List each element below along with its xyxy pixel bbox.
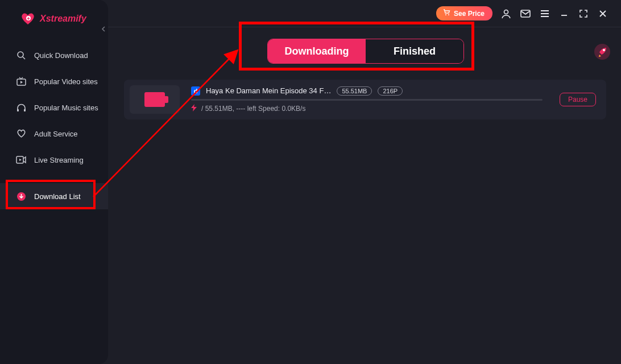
annotation-arrow — [90, 43, 242, 200]
speed-bolt-icon — [191, 104, 197, 113]
sidebar-item-label: Popular Video sites — [34, 77, 98, 86]
collapse-sidebar-button[interactable] — [100, 25, 108, 33]
download-title: Haya Ke Daman Mein Episode 34 F… — [206, 86, 331, 95]
sidebar-item-adult-service[interactable]: Adult Service — [0, 121, 108, 147]
brand-name: Xstreamify — [40, 14, 86, 24]
minimize-icon[interactable] — [558, 8, 570, 19]
heart-icon — [16, 129, 26, 139]
fullscreen-icon[interactable] — [578, 8, 589, 19]
svg-point-8 — [448, 14, 449, 15]
svg-line-13 — [93, 51, 237, 197]
mail-icon[interactable] — [520, 8, 531, 19]
rocket-icon[interactable] — [594, 43, 611, 60]
search-icon — [16, 50, 26, 60]
video-placeholder-icon — [144, 92, 165, 107]
close-icon[interactable] — [597, 8, 608, 19]
brand: Xstreamify — [0, 0, 108, 25]
size-pill: 55.51MB — [337, 86, 372, 96]
pause-button[interactable]: Pause — [560, 93, 596, 106]
svg-point-7 — [445, 14, 446, 15]
sidebar-item-label: Popular Music sites — [34, 104, 98, 112]
see-price-label: See Price — [454, 10, 485, 18]
live-icon — [16, 155, 26, 165]
brand-logo-icon — [20, 13, 35, 25]
sidebar-item-popular-video[interactable]: Popular Video sites — [0, 68, 108, 94]
source-badge: d — [191, 86, 200, 96]
download-status-row: / 55.51MB, ---- left Speed: 0.0KB/s — [191, 104, 552, 113]
sidebar-item-label: Live Streaming — [34, 156, 84, 164]
headphones-icon — [16, 102, 26, 113]
download-status-text: / 55.51MB, ---- left Speed: 0.0KB/s — [201, 105, 305, 113]
progress-bar — [191, 99, 543, 101]
download-thumbnail — [130, 85, 180, 114]
sidebar-item-popular-music[interactable]: Popular Music sites — [0, 94, 108, 121]
quality-pill: 216P — [378, 86, 403, 96]
sidebar-item-live-streaming[interactable]: Live Streaming — [0, 147, 108, 173]
svg-rect-4 — [24, 109, 26, 111]
svg-point-1 — [18, 52, 23, 57]
svg-point-12 — [603, 49, 605, 51]
video-site-icon — [16, 76, 26, 86]
download-header-row: d Haya Ke Daman Mein Episode 34 F… 55.51… — [191, 86, 552, 96]
annotation-download-list-highlight — [6, 180, 96, 209]
cart-icon — [443, 9, 450, 18]
sidebar-item-label: Adult Service — [34, 130, 78, 138]
sidebar-item-label: Quick Download — [34, 51, 88, 60]
account-icon[interactable] — [500, 8, 512, 19]
svg-point-9 — [504, 10, 508, 14]
menu-icon[interactable] — [539, 8, 550, 19]
see-price-button[interactable]: See Price — [436, 6, 492, 20]
sidebar-item-quick-download[interactable]: Quick Download — [0, 42, 108, 68]
svg-rect-10 — [521, 10, 530, 17]
download-item: d Haya Ke Daman Mein Episode 34 F… 55.51… — [124, 80, 606, 119]
svg-rect-3 — [17, 109, 19, 111]
annotation-tabs-highlight — [239, 22, 474, 71]
download-body: d Haya Ke Daman Mein Episode 34 F… 55.51… — [180, 86, 560, 113]
